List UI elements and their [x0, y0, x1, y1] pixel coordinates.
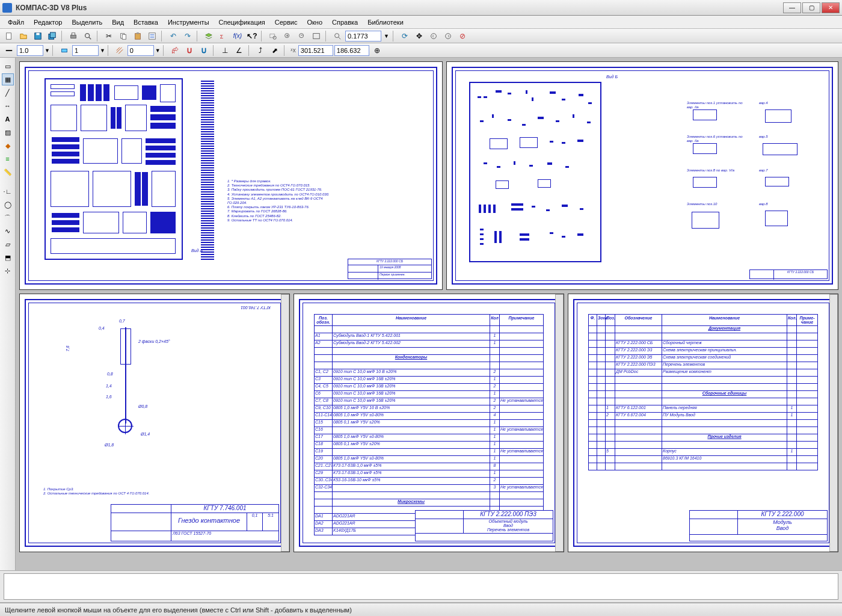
snap-toggle[interactable]: ⮳ [168, 45, 182, 57]
properties-button[interactable] [146, 30, 159, 42]
tool-circle[interactable]: ◯ [2, 199, 14, 211]
svg-point-27 [431, 33, 437, 38]
tool-pointer[interactable]: ▦ [2, 73, 14, 85]
new-button[interactable] [2, 30, 16, 42]
line-style-icon[interactable] [2, 45, 16, 57]
sheet1-notes: 1. * Размеры для справок.2. Технические … [227, 179, 336, 223]
zoom-window-button[interactable] [266, 30, 280, 42]
angle-icon[interactable]: ∠ [233, 45, 246, 57]
help-cursor-button[interactable]: ↖? [245, 30, 259, 42]
svg-point-7 [85, 33, 90, 37]
coord-lock-button[interactable]: ⊕ [370, 45, 384, 57]
menu-service[interactable]: Сервис [271, 17, 302, 27]
sheet4-vscroll[interactable] [555, 294, 564, 552]
sheet-assembly-back[interactable]: Вид Б [446, 61, 838, 290]
sheet-assembly-front[interactable]: Вид А 1. * Размеры для справок.2. Технич… [19, 61, 443, 290]
tool-chamfer[interactable]: ⬒ [2, 251, 14, 263]
open-button[interactable] [17, 30, 30, 42]
paste-button[interactable] [131, 30, 144, 42]
sheet5-vscroll[interactable] [829, 294, 838, 552]
command-input[interactable] [4, 573, 838, 600]
zoom-out-button[interactable]: − [295, 30, 309, 42]
color-input[interactable] [128, 45, 154, 56]
svg-rect-10 [122, 34, 126, 39]
tool-line[interactable]: ╱ [2, 87, 14, 99]
tool-param[interactable]: ≡ [2, 153, 14, 165]
toolbar-properties: ▼ ▼ ▼ ⮳ ⊥ ∠ ⤴ ⬈ ᵡx ⊕ [0, 43, 842, 58]
zoom-fit-button[interactable] [310, 30, 323, 42]
coord-y-input[interactable] [334, 45, 369, 56]
zoom-in-button[interactable]: + [281, 30, 294, 42]
coord-x-input[interactable] [298, 45, 333, 56]
tool-spline[interactable]: ∿ [2, 225, 14, 237]
tool-axis[interactable]: ⊹ [2, 265, 14, 277]
global-cs-icon[interactable]: ⬈ [268, 45, 281, 57]
drawing-canvas[interactable]: Вид А 1. * Размеры для справок.2. Технич… [16, 58, 842, 570]
save-button[interactable] [31, 30, 45, 42]
linewidth-input[interactable] [17, 45, 43, 56]
menu-insert[interactable]: Вставка [129, 17, 162, 27]
svg-point-25 [335, 33, 339, 37]
menu-file[interactable]: Файл [4, 17, 28, 27]
fx-button[interactable]: f(x) [231, 30, 244, 42]
svg-text:Σ: Σ [220, 33, 224, 39]
undo-button[interactable]: ↶ [167, 30, 180, 42]
zoom-scale-icon [331, 30, 344, 42]
menu-tools[interactable]: Инструменты [164, 17, 214, 27]
tool-text[interactable]: A [2, 113, 14, 125]
magnet-snap-icon[interactable] [183, 45, 196, 57]
window-maximize-button[interactable]: ▢ [802, 2, 820, 13]
cut-button[interactable]: ✂ [102, 30, 115, 42]
window-close-button[interactable]: ✕ [822, 2, 840, 13]
sheet3-vscroll[interactable] [281, 294, 289, 552]
layer-input[interactable] [72, 45, 99, 56]
local-cs-icon[interactable]: ⤴ [254, 45, 267, 57]
menu-libraries[interactable]: Библиотеки [363, 17, 408, 27]
sheet-contact-pin[interactable]: КГТУ 7.746.001 7,6 0,4 0,7 2 фаски 0,2×4… [19, 294, 290, 552]
tool-rect[interactable]: ▱ [2, 238, 14, 250]
menu-window[interactable]: Окно [303, 17, 327, 27]
sheet-element-list[interactable]: Поз. обозн. Наименование Кол Примечание … [293, 294, 564, 552]
layer-dropdown[interactable]: ▼ [100, 48, 105, 54]
color-dropdown[interactable]: ▼ [155, 48, 161, 54]
copy-button[interactable] [117, 30, 130, 42]
ortho-icon[interactable]: ⊥ [218, 45, 232, 57]
menu-help[interactable]: Справка [328, 17, 362, 27]
saveall-button[interactable] [46, 30, 59, 42]
tool-point[interactable]: ·∟ [2, 185, 14, 197]
pan-button[interactable]: ✥ [413, 30, 426, 42]
linewidth-dropdown[interactable]: ▼ [45, 48, 50, 54]
tool-arc[interactable]: ⌒ [2, 212, 14, 224]
zoom-dropdown[interactable]: ▼ [383, 33, 390, 39]
zoom-prev-button[interactable] [427, 30, 440, 42]
redo-button[interactable]: ↷ [181, 30, 194, 42]
layer-icon[interactable] [58, 45, 71, 57]
toolbox-left: ▭ ▦ ╱ ↔ A ▨ ◆ ≡ 📏 ·∟ ◯ ⌒ ∿ ▱ ⬒ ⊹ [0, 58, 16, 570]
tool-hatch[interactable]: ▨ [2, 126, 14, 138]
tool-measure[interactable]: 📏 [2, 166, 14, 178]
print-button[interactable] [67, 30, 80, 42]
tool-dimension[interactable]: ↔ [2, 100, 14, 112]
menu-spec[interactable]: Спецификация [215, 17, 269, 27]
window-minimize-button[interactable]: — [783, 2, 801, 13]
status-text: Щелкните левой кнопкой мыши на объекте д… [5, 606, 352, 614]
toolbar-main: ✂ ↶ ↷ Σ f(x) ↖? + − ▼ ⟳ ✥ ⊘ [0, 29, 842, 43]
refresh-button[interactable]: ⟳ [398, 30, 411, 42]
tool-select-rect[interactable]: ▭ [2, 60, 14, 72]
menu-editor[interactable]: Редактор [29, 17, 66, 27]
hatch-icon[interactable] [113, 45, 126, 57]
variables-button[interactable]: Σ [217, 30, 230, 42]
zoom-input[interactable] [345, 31, 381, 42]
zoom-next-button[interactable] [441, 30, 455, 42]
sheet-specification[interactable]: Ф. Зона Поз. Обозначение Наименование Ко… [568, 294, 838, 552]
tool-edit[interactable]: ◆ [2, 140, 14, 152]
app-title: КОМПАС-3D V8 Plus [16, 4, 783, 12]
statusbar: Щелкните левой кнопкой мыши на объекте д… [0, 603, 842, 616]
menu-view[interactable]: Вид [108, 17, 128, 27]
menubar: Файл Редактор Выделить Вид Вставка Инстр… [0, 16, 842, 29]
stop-button[interactable]: ⊘ [456, 30, 469, 42]
preview-button[interactable] [81, 30, 94, 42]
menu-select[interactable]: Выделить [67, 17, 106, 27]
magnet-grid-icon[interactable] [197, 45, 210, 57]
layers-button[interactable] [202, 30, 215, 42]
